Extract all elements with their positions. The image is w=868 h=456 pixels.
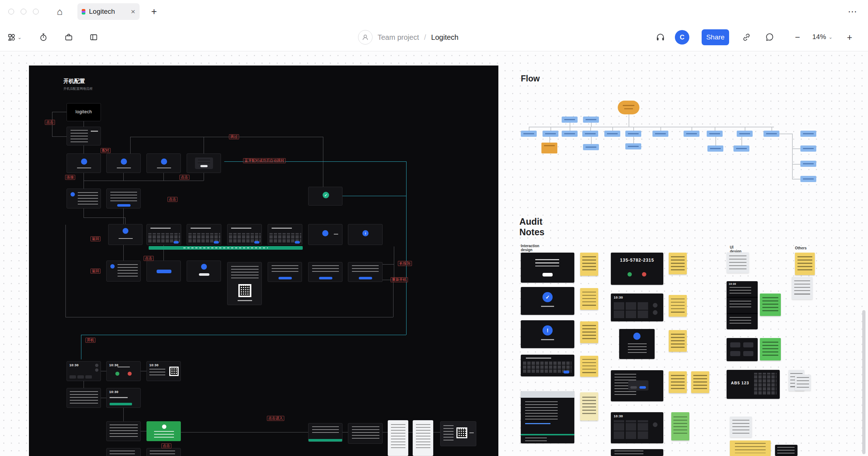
flow-node[interactable] — [707, 131, 723, 137]
sticky-note[interactable] — [580, 253, 598, 276]
flow-node[interactable] — [800, 176, 816, 182]
audit-column-others[interactable]: Others — [795, 246, 807, 250]
design-frame-main[interactable]: 开机配置 开机后配置网络流程 logitech — [29, 66, 498, 456]
zoom-out-button[interactable]: − — [791, 30, 804, 44]
connector-label[interactable]: 重新开机 — [391, 277, 408, 282]
sticky-note[interactable] — [730, 440, 771, 456]
breadcrumb-project[interactable]: Logitech — [431, 33, 459, 42]
zoom-level-control[interactable]: 14% ⌄ — [812, 33, 833, 41]
screen-thumbnail[interactable] — [521, 391, 574, 443]
window-control-3[interactable] — [33, 9, 39, 14]
mini-screen-wide[interactable] — [440, 421, 476, 446]
mini-screen-progress[interactable]: 10:30 — [106, 388, 141, 408]
flow-node[interactable] — [562, 117, 578, 123]
sticky-note[interactable] — [671, 412, 689, 440]
mini-screen-connecting[interactable] — [308, 224, 342, 245]
mini-screen-connect[interactable] — [108, 224, 142, 245]
screen-thumbnail-plate[interactable]: AB5 123 — [727, 370, 780, 399]
connector-label[interactable]: 点击 — [144, 256, 154, 261]
mini-screen-list[interactable] — [106, 261, 141, 282]
sticky-note[interactable] — [760, 338, 781, 360]
mini-screen-home[interactable]: 10:30 — [67, 361, 101, 381]
connector-label[interactable]: 点击进入 — [267, 416, 284, 421]
flow-node[interactable] — [763, 131, 779, 137]
mini-screen-banner[interactable] — [146, 448, 181, 456]
flow-node[interactable] — [562, 131, 578, 137]
flow-node-highlight[interactable] — [541, 143, 557, 153]
sticky-note[interactable] — [580, 288, 598, 310]
mini-screen-text[interactable] — [67, 388, 101, 408]
flow-node[interactable] — [707, 145, 723, 152]
flow-node[interactable] — [582, 131, 598, 137]
flow-node[interactable] — [604, 131, 620, 137]
connector-label[interactable]: 点击 — [161, 443, 171, 448]
mini-screen-confirm[interactable] — [268, 262, 302, 282]
sticky-note[interactable] — [792, 277, 813, 299]
user-avatar[interactable]: C — [675, 30, 689, 45]
home-button[interactable]: ⌂ — [52, 4, 67, 19]
sticky-note[interactable] — [795, 253, 815, 275]
mini-screen-call[interactable]: 10:30 — [106, 361, 141, 381]
main-menu-button[interactable]: ⌄ — [5, 30, 24, 45]
connector-label[interactable]: 长按3s — [398, 261, 412, 266]
sticky-note[interactable] — [760, 294, 781, 316]
flow-node[interactable] — [583, 117, 599, 123]
sticky-note[interactable] — [580, 356, 598, 377]
tab-close-icon[interactable]: × — [131, 7, 135, 16]
mini-screen-button[interactable] — [146, 261, 181, 282]
connector-label[interactable]: 返回 — [90, 236, 101, 241]
copy-link-button[interactable] — [739, 30, 754, 45]
sticky-note[interactable] — [691, 371, 709, 393]
mini-screen-info[interactable]: i — [348, 224, 383, 245]
mini-screen-prompt[interactable] — [187, 261, 221, 282]
mini-screen-mobile-light[interactable] — [413, 420, 433, 456]
screen-thumbnail-home[interactable]: 10:30 — [611, 412, 663, 443]
sticky-note[interactable] — [669, 295, 687, 317]
connector-label[interactable]: 连接 — [65, 175, 75, 180]
new-tab-button[interactable]: + — [147, 4, 161, 19]
mini-screen-success[interactable]: ✓ — [308, 187, 342, 206]
comments-button[interactable] — [762, 30, 777, 45]
mini-screen-list[interactable] — [348, 423, 383, 444]
timer-tool-button[interactable] — [36, 30, 51, 45]
connector-label[interactable]: 开机 — [85, 338, 95, 343]
screen-thumbnail-stack[interactable]: 10:30 — [727, 281, 758, 329]
sticky-note[interactable] — [669, 330, 687, 352]
sticky-note[interactable] — [730, 417, 752, 437]
sticky-note[interactable] — [580, 321, 598, 343]
mini-screen-dialog[interactable] — [187, 153, 221, 173]
layout-panel-button[interactable] — [86, 30, 101, 45]
sticky-note[interactable] — [669, 253, 687, 274]
screen-thumbnail-call[interactable]: 135-5782-2315 — [611, 253, 663, 285]
screen-thumbnail[interactable]: ! — [521, 320, 574, 348]
sticky-note[interactable] — [795, 375, 811, 390]
audio-call-button[interactable] — [653, 30, 668, 45]
connector-label[interactable]: 蓝牙配对成功后自动跳转 — [243, 158, 286, 163]
flow-node[interactable] — [625, 143, 641, 149]
connector-label[interactable]: 点击 — [45, 120, 55, 125]
flow-node[interactable] — [625, 131, 641, 137]
mini-screen-wifi-list[interactable] — [67, 189, 101, 208]
mini-screen-pairing[interactable] — [106, 153, 141, 173]
flow-node[interactable] — [737, 131, 753, 137]
mini-screen-logo[interactable]: logitech — [67, 103, 101, 121]
mini-screen-keyboard[interactable] — [227, 224, 262, 245]
screen-thumbnail[interactable] — [521, 355, 574, 376]
tab-logitech[interactable]: Logitech × — [77, 3, 140, 20]
frame-title[interactable]: 开机配置 — [63, 78, 85, 85]
mini-screen-network[interactable] — [106, 189, 141, 208]
flow-node[interactable] — [583, 144, 599, 150]
mini-screen-keyboard[interactable] — [268, 224, 302, 245]
connector-label[interactable]: 跳过 — [229, 134, 239, 139]
screen-thumbnail-buttons[interactable] — [727, 338, 758, 361]
sticky-note[interactable] — [580, 392, 598, 421]
vertical-scrollbar[interactable] — [862, 310, 865, 454]
breadcrumb-team[interactable]: Team project — [378, 33, 419, 42]
mini-screen-progress[interactable] — [106, 448, 141, 456]
flow-node[interactable] — [521, 131, 537, 137]
connector-label[interactable]: 配对 — [101, 148, 111, 153]
share-button[interactable]: Share — [702, 29, 729, 45]
mini-screen-settings[interactable] — [67, 127, 101, 145]
flow-node[interactable] — [652, 131, 668, 137]
screen-thumbnail[interactable] — [521, 253, 574, 283]
